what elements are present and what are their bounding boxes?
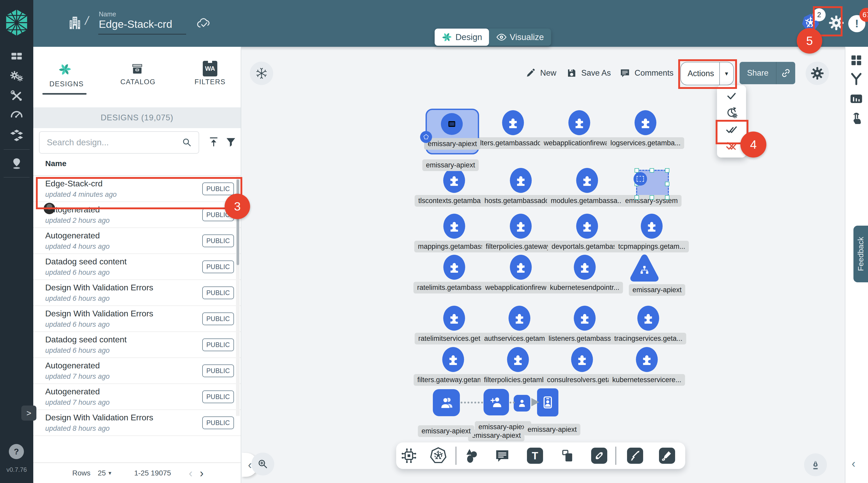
design-list-item[interactable]: Autogenerated updated 7 hours ago PUBLIC <box>33 358 241 384</box>
import-design-button[interactable] <box>208 136 219 148</box>
sidebar-item-performance[interactable] <box>9 107 24 122</box>
crd-node-shape[interactable] <box>568 110 590 135</box>
resize-handle[interactable] <box>634 195 639 200</box>
dock-analytics-button[interactable] <box>849 91 864 106</box>
sidebar-item-dashboard[interactable] <box>9 49 24 63</box>
panel-tab-catalog[interactable]: CATALOG <box>120 61 154 86</box>
tool-shapes[interactable] <box>464 448 480 464</box>
zoom-in-button[interactable] <box>251 453 274 476</box>
design-list-item[interactable]: Datadog seed content updated 6 hours ago… <box>33 254 241 280</box>
design-updated: updated 4 hours ago <box>45 243 110 250</box>
crd-node-shape[interactable] <box>502 110 524 135</box>
tool-edge-pen[interactable] <box>627 448 643 464</box>
crd-node-shape[interactable] <box>576 214 598 239</box>
canvas-settings-button[interactable] <box>250 62 273 85</box>
crd-node-shape[interactable] <box>634 110 656 135</box>
crd-node-shape[interactable] <box>641 214 663 239</box>
help-button[interactable]: ? <box>9 444 24 459</box>
menu-item-validate[interactable] <box>717 87 746 104</box>
node-serviceaccount[interactable] <box>514 395 530 412</box>
design-list-item[interactable]: Design With Validation Errors updated 6 … <box>33 280 241 306</box>
crd-node-shape[interactable] <box>443 168 465 193</box>
dock-panels-button[interactable] <box>849 53 864 68</box>
resize-handle[interactable] <box>650 195 654 200</box>
comments-button[interactable]: Comments <box>619 62 674 84</box>
node-role[interactable] <box>537 388 558 417</box>
resize-handle[interactable] <box>665 182 670 186</box>
crd-node-shape[interactable] <box>638 306 659 331</box>
crd-node-shape[interactable] <box>574 306 595 331</box>
crd-node-shape[interactable] <box>510 255 532 280</box>
crd-node[interactable]: modules.getambassa... <box>547 168 627 207</box>
sidebar-item-extensions[interactable] <box>9 128 24 143</box>
crd-node-shape[interactable] <box>443 306 465 331</box>
next-page-button[interactable]: › <box>200 466 204 480</box>
dock-relationships-button[interactable] <box>849 72 864 86</box>
search-design-input[interactable]: Search design... <box>39 131 199 154</box>
crd-node-shape[interactable] <box>636 347 658 372</box>
sidebar-expand-button[interactable]: > <box>21 405 36 421</box>
crd-node-shape[interactable] <box>508 306 530 331</box>
node-connection-handle[interactable] <box>420 131 432 143</box>
crd-node-shape[interactable] <box>442 347 464 372</box>
crd-node[interactable]: kubernetesservicere... <box>609 347 685 386</box>
search-icon[interactable] <box>181 137 192 148</box>
design-list-item[interactable]: Design With Validation Errors updated 6 … <box>33 306 241 332</box>
organization-icon[interactable] <box>67 15 83 31</box>
tool-components[interactable] <box>401 448 417 464</box>
save-as-button[interactable]: Save As <box>566 62 611 84</box>
sidebar-item-mesh-location[interactable] <box>9 156 24 171</box>
rows-per-page-select[interactable]: 25 ▾ <box>98 469 111 477</box>
cloud-sync-icon[interactable] <box>196 16 211 31</box>
prev-page-button[interactable]: ‹ <box>189 466 193 480</box>
design-name-input[interactable]: Edge-Stack-crd <box>99 18 172 30</box>
tool-kubernetes[interactable] <box>430 447 447 464</box>
triangle-node-emissary-apiext[interactable]: emissary-apiext <box>629 253 685 296</box>
resize-handle[interactable] <box>665 195 670 200</box>
crd-node-shape[interactable] <box>507 347 529 372</box>
resize-handle[interactable] <box>665 168 670 173</box>
design-list-item[interactable]: Datadog seed content updated 6 hours ago… <box>33 332 241 358</box>
tool-sketch-pen[interactable] <box>659 448 675 464</box>
canvas-preferences-button[interactable] <box>806 62 829 85</box>
crd-node-shape[interactable] <box>510 214 532 239</box>
resize-handle[interactable] <box>634 168 639 173</box>
design-list-item[interactable]: Autogenerated updated 7 hours ago PUBLIC <box>33 384 241 410</box>
crd-node-shape[interactable] <box>576 168 598 193</box>
new-design-button[interactable]: New <box>525 62 556 84</box>
crd-node[interactable]: kubernetesendpointr... <box>546 255 623 294</box>
node-role-binding[interactable] <box>484 389 509 415</box>
feedback-tab[interactable]: Feedback <box>854 225 868 282</box>
resize-handle[interactable] <box>650 168 654 173</box>
filter-list-button[interactable] <box>225 136 237 148</box>
sidebar-item-lifecycle[interactable] <box>9 69 24 83</box>
design-list-item[interactable]: Autogenerated updated 4 hours ago PUBLIC <box>33 228 241 254</box>
tool-link[interactable] <box>591 448 607 464</box>
tab-visualize[interactable]: Visualize <box>489 29 551 46</box>
menu-item-dry-run[interactable] <box>717 104 746 121</box>
tool-notes[interactable] <box>559 448 576 464</box>
crd-node-shape[interactable] <box>443 214 465 239</box>
selected-node-emissary-apiext[interactable]: emissary-apiext <box>426 109 479 154</box>
panel-tab-designs[interactable]: DESIGNS <box>50 62 81 88</box>
share-split-button[interactable]: Share <box>740 62 795 84</box>
tool-text[interactable]: T <box>527 448 543 464</box>
copy-link-icon[interactable] <box>781 68 791 78</box>
dock-collapse-button[interactable]: ‹ <box>851 457 856 470</box>
crd-node[interactable]: tracingservices.geta... <box>611 306 686 344</box>
tool-comment[interactable] <box>494 448 510 464</box>
crd-node-shape[interactable] <box>574 255 595 280</box>
node-serviceaccount-group[interactable] <box>433 389 460 416</box>
crd-node-shape[interactable] <box>510 168 532 193</box>
design-list-item[interactable]: Design With Validation Errors updated 8 … <box>33 410 241 436</box>
tab-design[interactable]: Design <box>435 29 489 46</box>
meshery-logo[interactable] <box>5 9 29 36</box>
crd-node-shape[interactable] <box>571 347 593 372</box>
panel-tab-filters[interactable]: WA FILTERS <box>193 61 227 86</box>
sidebar-item-configuration[interactable] <box>9 88 24 103</box>
crd-node-shape[interactable] <box>443 255 465 280</box>
dock-interaction-button[interactable] <box>849 111 864 126</box>
crd-node[interactable]: tcpmappings.getam... <box>615 214 689 252</box>
drawing-mode-button[interactable] <box>804 453 827 476</box>
crd-node[interactable]: logservices.getamba... <box>607 110 684 149</box>
